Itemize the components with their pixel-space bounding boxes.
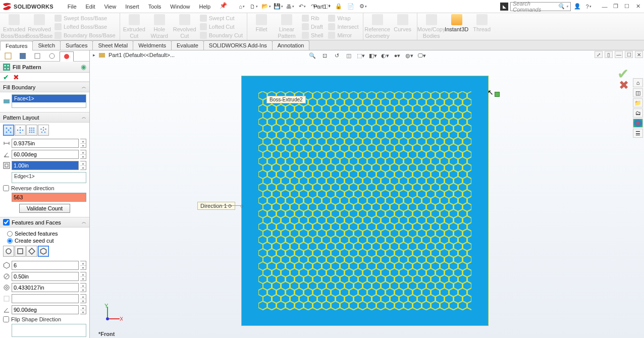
settings-icon[interactable]: ⚙▾ bbox=[358, 2, 367, 11]
panel-tab-display[interactable] bbox=[60, 51, 74, 62]
ok-button[interactable]: ✔ bbox=[3, 73, 9, 81]
graphics-viewport[interactable]: ▸ Part1 (Default<<Default>... 🔍 ⊡ ↺ ◫ ⬚▾… bbox=[90, 50, 644, 338]
shell-button[interactable]: Shell bbox=[301, 31, 324, 39]
undo-icon[interactable]: ↶▾ bbox=[298, 2, 307, 11]
taskpane-appearance-icon[interactable] bbox=[633, 119, 643, 128]
vertex-listbox[interactable] bbox=[12, 324, 86, 337]
extruded-boss-button[interactable]: ExtrudedBoss/Base bbox=[3, 14, 25, 39]
flip-shape-checkbox[interactable]: Flip Shape Direction bbox=[3, 316, 86, 322]
search-toggle-icon[interactable]: ◣ bbox=[500, 3, 508, 11]
inner-diameter-input[interactable] bbox=[12, 283, 79, 292]
user-icon[interactable]: 👤 bbox=[573, 2, 582, 11]
layout-polygon-icon[interactable] bbox=[38, 125, 49, 136]
layout-circular-icon[interactable] bbox=[15, 125, 26, 136]
id-spinner[interactable]: ▴▾ bbox=[80, 283, 86, 292]
tab-annotation[interactable]: Annotation bbox=[272, 40, 310, 50]
open-icon[interactable]: 📂▾ bbox=[261, 2, 271, 11]
cancel-button[interactable]: ✖ bbox=[13, 73, 19, 81]
layout-square-icon[interactable] bbox=[26, 125, 37, 136]
rib-button[interactable]: Rib bbox=[301, 14, 324, 22]
fill-boundary-selection[interactable]: Face<1> bbox=[12, 95, 86, 102]
ref-geometry-button[interactable]: ReferenceGeometry bbox=[366, 14, 389, 39]
sides-spinner[interactable]: ▴▾ bbox=[80, 261, 86, 270]
thread-button[interactable]: Thread bbox=[471, 14, 493, 32]
boundary-boss-button[interactable]: Boundary Boss/Base bbox=[53, 31, 117, 39]
direction-arrow-icon[interactable]: ◇ bbox=[240, 204, 243, 208]
collapse-icon[interactable]: ︿ bbox=[82, 114, 86, 121]
vp-expand-icon[interactable]: ⤢ bbox=[595, 51, 603, 58]
angle-spinner[interactable]: ▴▾ bbox=[80, 150, 86, 159]
panel-tab-property[interactable] bbox=[16, 51, 30, 61]
section-pattern-layout[interactable]: Pattern Layout︿ bbox=[0, 112, 89, 123]
reverse-direction-checkbox[interactable]: Reverse direction bbox=[3, 185, 86, 191]
tab-addins[interactable]: SOLIDWORKS Add-Ins bbox=[203, 40, 273, 50]
menu-file[interactable]: File bbox=[64, 2, 81, 11]
tab-evaluate[interactable]: Evaluate bbox=[171, 40, 204, 50]
zoom-area-icon[interactable]: ⊡ bbox=[320, 51, 329, 60]
spacing-spinner[interactable]: ▴▾ bbox=[80, 139, 86, 148]
rot-spinner[interactable]: ▴▾ bbox=[80, 305, 86, 314]
diameter-input[interactable] bbox=[12, 272, 79, 281]
swept-cut-button[interactable]: Swept Cut bbox=[199, 14, 244, 22]
search-commands-input[interactable]: Search Commands 🔍▾ bbox=[510, 2, 571, 11]
menu-window[interactable]: Window bbox=[166, 2, 194, 11]
lofted-boss-button[interactable]: Lofted Boss/Base bbox=[53, 23, 117, 31]
margin-spinner[interactable]: ▴▾ bbox=[80, 161, 86, 170]
pin-icon[interactable]: 📌 bbox=[220, 2, 227, 11]
selection-marker[interactable] bbox=[495, 92, 500, 97]
view-settings-icon[interactable]: 🖵▾ bbox=[417, 51, 426, 60]
revolved-boss-button[interactable]: RevolvedBoss/Base bbox=[28, 14, 50, 39]
boundary-cut-button[interactable]: Boundary Cut bbox=[199, 31, 244, 39]
extruded-cut-button[interactable]: ExtrudedCut bbox=[123, 14, 145, 39]
tab-sheet-metal[interactable]: Sheet Metal bbox=[92, 40, 133, 50]
rebuild-icon[interactable]: 🔒 bbox=[334, 2, 343, 11]
shape-diamond-icon[interactable] bbox=[26, 246, 37, 257]
vp-maximize-icon[interactable]: ☐ bbox=[625, 51, 633, 58]
shape-circle-icon[interactable] bbox=[3, 246, 14, 257]
collapse-icon[interactable]: ︿ bbox=[82, 84, 86, 90]
fill-boundary-listbox[interactable]: Face<1> bbox=[12, 94, 86, 108]
validate-count-button[interactable]: Validate Count bbox=[19, 204, 70, 213]
polygon-sides-input[interactable] bbox=[12, 261, 79, 270]
property-help-icon[interactable]: ◉ bbox=[81, 63, 86, 71]
vp-close-icon[interactable]: ✕ bbox=[635, 51, 643, 58]
section-features-faces[interactable]: Features and Faces︿ bbox=[0, 217, 89, 228]
tab-sketch[interactable]: Sketch bbox=[32, 40, 61, 50]
panel-tab-tree[interactable] bbox=[1, 51, 15, 61]
taskpane-properties-icon[interactable]: ☰ bbox=[633, 129, 643, 138]
vp-minimize-icon[interactable]: — bbox=[615, 51, 623, 58]
display-style-icon[interactable]: ◧▾ bbox=[368, 51, 378, 60]
view-orientation-icon[interactable]: ⬚▾ bbox=[356, 51, 365, 60]
shape-square-icon[interactable] bbox=[15, 246, 26, 257]
flyout-tree[interactable]: ▸ Part1 (Default<<Default>... bbox=[93, 51, 175, 59]
direction-selection[interactable]: Edge<1> bbox=[12, 173, 86, 180]
confirm-cancel-icon[interactable]: ✖ bbox=[619, 78, 629, 92]
layout-perforation-icon[interactable] bbox=[3, 125, 14, 136]
menu-help[interactable]: Help bbox=[195, 2, 214, 11]
move-copy-button[interactable]: Move/CopyBodies bbox=[420, 14, 443, 39]
spacing-input[interactable] bbox=[12, 139, 79, 148]
fillet-button[interactable]: Fillet bbox=[250, 14, 273, 32]
curves-button[interactable]: Curves bbox=[392, 14, 414, 32]
menu-view[interactable]: View bbox=[100, 2, 120, 11]
radio-create-seed-cut[interactable]: Create seed cut bbox=[7, 238, 86, 244]
panel-tab-dim[interactable] bbox=[45, 51, 59, 61]
print-icon[interactable]: 🖶▾ bbox=[286, 2, 295, 11]
tab-surfaces[interactable]: Surfaces bbox=[60, 40, 93, 50]
menu-tools[interactable]: Tools bbox=[144, 2, 166, 11]
home-icon[interactable]: ⌂▾ bbox=[237, 2, 246, 11]
lofted-cut-button[interactable]: Lofted Cut bbox=[199, 23, 244, 31]
rotation-input[interactable] bbox=[12, 305, 79, 314]
hole-wizard-button[interactable]: HoleWizard bbox=[148, 14, 171, 39]
offset-input[interactable] bbox=[12, 294, 79, 303]
vp-tile-icon[interactable]: ▯ bbox=[605, 51, 613, 58]
close-icon[interactable]: ✕ bbox=[634, 3, 641, 10]
draft-button[interactable]: Draft bbox=[301, 23, 324, 31]
revolved-cut-button[interactable]: RevolvedCut bbox=[174, 14, 196, 39]
direction-callout[interactable]: Direction 1 ⟳ bbox=[197, 202, 235, 210]
menu-insert[interactable]: Insert bbox=[121, 2, 143, 11]
help-icon[interactable]: ?▾ bbox=[584, 2, 593, 11]
apply-scene-icon[interactable]: ◍▾ bbox=[405, 51, 414, 60]
edit-appearance-icon[interactable]: ●▾ bbox=[393, 51, 402, 60]
linear-pattern-button[interactable]: LinearPattern bbox=[276, 14, 298, 39]
